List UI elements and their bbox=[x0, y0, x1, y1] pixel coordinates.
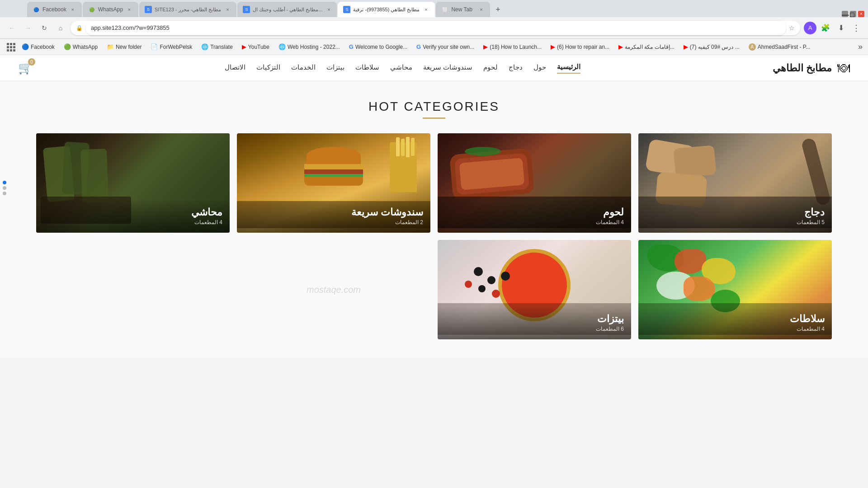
download-icon[interactable]: ⬇ bbox=[835, 22, 847, 34]
logo-icon: 🍽 bbox=[837, 61, 850, 75]
folder-icon: 📁 bbox=[107, 43, 114, 50]
nav-mahashi[interactable]: محاشي bbox=[390, 63, 412, 73]
close-window-button[interactable]: × bbox=[858, 11, 864, 17]
tab-close-icon[interactable]: × bbox=[422, 6, 429, 13]
tab-close-icon[interactable]: × bbox=[477, 6, 485, 13]
bookmark-webhosting[interactable]: 🌐 Web Hosting - 2022... bbox=[275, 42, 344, 52]
bookmark-ahmed[interactable]: A AhmedSaadFirst - P... bbox=[745, 42, 814, 52]
category-meats[interactable]: لحوم 4 المطعمات bbox=[438, 133, 631, 233]
categories-grid-row2: mostaqe.com بيتزات bbox=[36, 240, 832, 339]
indicator-dot bbox=[3, 192, 6, 195]
bookmark-whatsapp[interactable]: 🟢 WhatsApp bbox=[60, 42, 101, 52]
cart-button[interactable]: 🛒 0 bbox=[18, 61, 33, 75]
tab-site123-1-top[interactable]: S SITE123 - مطابخ الطاهي- محرر × bbox=[139, 2, 236, 17]
whatsapp-bookmark-icon: 🟢 bbox=[64, 43, 71, 50]
google1-icon: G bbox=[349, 43, 354, 50]
section-divider bbox=[423, 117, 445, 119]
chicken-title: دجاج bbox=[646, 206, 825, 218]
meats-title: لحوم bbox=[445, 206, 624, 218]
sidebar-indicators bbox=[3, 181, 6, 195]
lesson-icon: ▶ bbox=[684, 43, 688, 50]
tab-site123-3-top[interactable]: S مطابخ الطاهي (9973855)- ترقية × bbox=[338, 2, 435, 17]
back-button[interactable]: ← bbox=[5, 22, 18, 34]
pizza-count: 6 المطعمات bbox=[445, 326, 624, 332]
newtab-favicon: ⬜ bbox=[441, 6, 448, 13]
watermark: mostaqe.com bbox=[307, 285, 361, 295]
tab-whatsapp-top[interactable]: 🟢 WhatsApp × bbox=[83, 2, 138, 17]
extensions-icon[interactable]: 🧩 bbox=[819, 22, 832, 34]
menu-icon[interactable]: ⋮ bbox=[850, 22, 863, 34]
tab-close-icon[interactable]: × bbox=[126, 6, 133, 13]
minimize-button[interactable]: — bbox=[842, 11, 848, 17]
meats-count: 4 المطعمات bbox=[445, 219, 624, 225]
url-bar[interactable] bbox=[85, 21, 786, 35]
section-title: HOT CATEGORIES bbox=[36, 99, 832, 114]
cart-badge: 0 bbox=[28, 58, 35, 66]
nav-reviews[interactable]: التزكيات bbox=[256, 63, 280, 73]
nav-pizzas[interactable]: بيتزات bbox=[326, 63, 344, 73]
nav-contact[interactable]: الاتصال bbox=[225, 63, 245, 73]
reload-button[interactable]: ↻ bbox=[38, 22, 51, 34]
bookmark-facebook[interactable]: 🔵 Facebook bbox=[18, 42, 58, 52]
forwebpelsk-icon: 📄 bbox=[151, 43, 158, 50]
tab-facebook-top[interactable]: 🔵 Facebook × bbox=[27, 2, 82, 17]
bookmark-translate[interactable]: 🌐 Translate bbox=[198, 42, 236, 52]
bookmark-youtube2[interactable]: ▶ (18) How to Launch... bbox=[480, 42, 545, 52]
home-button[interactable]: ⌂ bbox=[54, 22, 67, 34]
nav-sandwiches[interactable]: سندوشات سريعة bbox=[423, 63, 472, 73]
new-tab-button[interactable]: + bbox=[491, 3, 505, 16]
salads-count: 4 المطعمات bbox=[646, 326, 825, 332]
site123-favicon: S bbox=[145, 6, 152, 13]
indicator-dot-active bbox=[3, 181, 6, 184]
bookmarks-more-button[interactable]: » bbox=[858, 42, 863, 52]
category-chicken[interactable]: دجاج 5 المطعمات bbox=[638, 133, 832, 233]
apps-button[interactable] bbox=[5, 42, 16, 52]
star-icon[interactable]: ☆ bbox=[789, 24, 795, 32]
nav-meats[interactable]: لحوم bbox=[483, 63, 498, 73]
mecca-icon: ▶ bbox=[618, 43, 623, 50]
facebook-favicon: 🔵 bbox=[33, 6, 40, 13]
nav-about[interactable]: حول bbox=[533, 63, 546, 73]
profile-icon[interactable]: A bbox=[804, 22, 816, 34]
chicken-count: 5 المطعمات bbox=[646, 219, 825, 225]
bookmark-forwebpelsk[interactable]: 📄 ForWebPelsk bbox=[147, 42, 196, 52]
mahashi-title: محاشي bbox=[43, 206, 222, 218]
nav-services[interactable]: الخدمات bbox=[291, 63, 316, 73]
bookmark-youtube[interactable]: ▶ YouTube bbox=[238, 42, 273, 52]
main-content: HOT CATEGORIES محاشي 4 المطعمات bbox=[0, 81, 868, 357]
category-mahashi[interactable]: محاشي 4 المطعمات bbox=[36, 133, 230, 233]
sandwiches-count: 2 المطعمات bbox=[244, 219, 423, 225]
maximize-button[interactable]: □ bbox=[850, 11, 856, 17]
tab-newtab-top[interactable]: ⬜ New Tab × bbox=[436, 2, 490, 17]
youtube-icon: ▶ bbox=[242, 43, 246, 50]
nav-salads[interactable]: سلاطات bbox=[355, 63, 379, 73]
category-salads[interactable]: سلاطات 4 المطعمات bbox=[638, 240, 832, 339]
bookmark-google2[interactable]: G Verify your site own... bbox=[413, 42, 478, 52]
whatsapp-favicon: 🟢 bbox=[88, 6, 95, 13]
empty-slot-2: mostaqe.com bbox=[237, 240, 430, 339]
active-favicon: S bbox=[343, 6, 350, 13]
ahmed-icon: A bbox=[749, 43, 756, 51]
salads-title: سلاطات bbox=[646, 313, 825, 325]
bookmark-new-folder[interactable]: 📁 New folder bbox=[103, 42, 145, 52]
nav-home[interactable]: الرئيسية bbox=[557, 63, 580, 74]
bookmark-youtube3[interactable]: ▶ (6) How to repair an... bbox=[547, 42, 613, 52]
google2-icon: G bbox=[416, 43, 421, 50]
category-sandwiches[interactable]: سندوشات سريعة 2 المطعمات bbox=[237, 133, 430, 233]
site123-2-favicon: S bbox=[243, 6, 250, 13]
nav-chicken[interactable]: دجاج bbox=[509, 63, 523, 73]
bookmark-lesson[interactable]: ▶ (7) درس #09 كيفيه ... bbox=[680, 42, 743, 52]
youtube2-icon: ▶ bbox=[483, 43, 488, 50]
tab-close-icon[interactable]: × bbox=[224, 6, 231, 13]
forward-button[interactable]: → bbox=[22, 22, 34, 34]
bookmark-mecca[interactable]: ▶ إقامات مكة المكرمة... bbox=[615, 42, 678, 52]
site-navigation: الرئيسية حول دجاج لحوم سندوشات سريعة محا… bbox=[225, 63, 580, 74]
site-logo-area: 🍽 مطابخ الطاهي bbox=[773, 61, 850, 75]
facebook-bookmark-icon: 🔵 bbox=[22, 43, 29, 50]
tab-site123-2-top[interactable]: S مطابخ الطاهي - أطلب وجبتك ال... × bbox=[237, 2, 337, 17]
tab-close-icon[interactable]: × bbox=[69, 6, 76, 13]
bookmark-google1[interactable]: G Welcome to Google... bbox=[345, 42, 411, 52]
tab-close-icon[interactable]: × bbox=[326, 6, 333, 13]
tab-list: 🔵 Facebook × 🟢 WhatsApp × S SITE123 - مط… bbox=[27, 2, 837, 17]
category-pizza[interactable]: بيتزات 6 المطعمات bbox=[438, 240, 631, 339]
